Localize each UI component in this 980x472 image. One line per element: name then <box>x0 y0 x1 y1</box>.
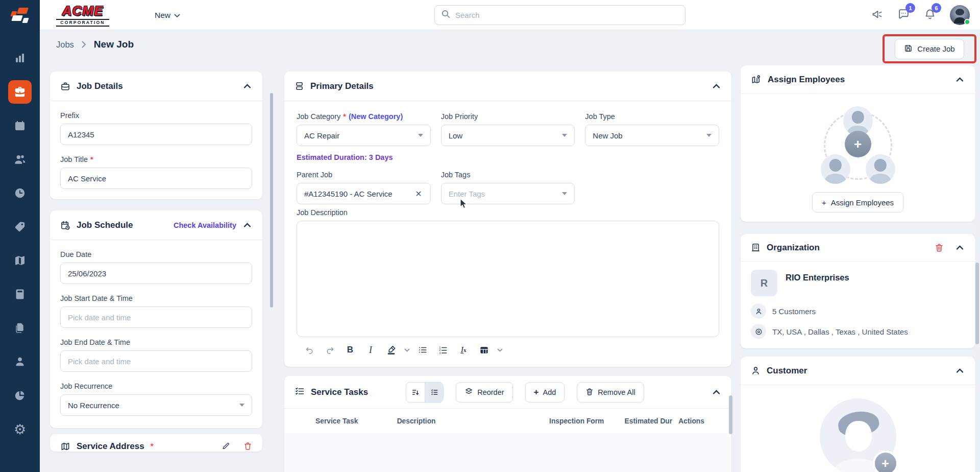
italic-icon[interactable]: I <box>362 341 379 359</box>
job-start-input[interactable] <box>60 306 252 328</box>
building-icon <box>751 243 761 252</box>
collapse-chevron-up-icon[interactable] <box>242 222 252 229</box>
estimated-duration-text: Estimated Duration: 3 Days <box>297 153 719 161</box>
plus-icon: + <box>822 198 826 207</box>
caret-down-icon <box>239 404 244 407</box>
sidebar-nav: ⚙ <box>0 30 40 441</box>
sidebar-item-analytics[interactable] <box>8 46 32 70</box>
remove-all-button[interactable]: Remove All <box>577 382 644 403</box>
sidebar-item-tags[interactable] <box>8 215 32 239</box>
collapse-chevron-up-icon[interactable] <box>242 83 252 90</box>
redo-icon[interactable] <box>321 341 338 359</box>
documents-icon <box>14 322 26 334</box>
acme-logo[interactable]: ACME CORPORATION <box>56 4 109 27</box>
job-title-input[interactable] <box>60 168 252 189</box>
clear-x-icon[interactable]: ✕ <box>414 189 423 199</box>
assign-employees-panel: Assign Employees + + Assign Employees <box>741 65 975 222</box>
create-job-button[interactable]: Create Job <box>895 39 964 59</box>
collapse-chevron-up-icon[interactable] <box>712 389 721 396</box>
assign-employees-button[interactable]: + Assign Employees <box>812 192 903 213</box>
job-details-panel: Job Details Prefix Job Title* <box>50 72 262 199</box>
notifications-button[interactable]: 6 <box>924 8 936 22</box>
prefix-input[interactable] <box>60 124 252 145</box>
bullet-list-icon[interactable] <box>414 341 431 359</box>
acme-logo-text: ACME <box>56 4 109 17</box>
sidebar-item-estimates[interactable] <box>8 282 32 306</box>
new-menu-button[interactable]: New <box>155 0 180 30</box>
organization-customers-count: 5 Customers <box>772 307 816 316</box>
collapse-chevron-up-icon[interactable] <box>955 76 965 83</box>
job-description-textarea[interactable] <box>297 221 719 337</box>
sidebar-item-jobs[interactable] <box>8 80 32 104</box>
job-tags-select[interactable]: Enter Tags <box>441 183 575 204</box>
announcements-button[interactable] <box>871 8 884 22</box>
user-avatar[interactable] <box>950 5 970 25</box>
job-schedule-panel: Job Schedule Check Availability Due Date… <box>50 210 262 428</box>
customer-avatar-placeholder: + <box>820 398 896 472</box>
sidebar-item-team[interactable] <box>8 148 32 171</box>
edit-pencil-icon[interactable] <box>222 441 230 450</box>
left-column-scrollbar-thumb[interactable] <box>270 93 273 308</box>
collapse-chevron-up-icon[interactable] <box>955 367 965 374</box>
caret-down-icon <box>562 192 567 195</box>
svg-text:3: 3 <box>439 351 440 355</box>
chevron-down-icon[interactable] <box>403 341 411 359</box>
add-task-button[interactable]: + Add <box>525 382 565 403</box>
job-end-input[interactable] <box>60 350 252 372</box>
bold-icon[interactable]: B <box>341 341 359 359</box>
undo-icon[interactable] <box>301 341 318 359</box>
window-scrollbar-thumb[interactable] <box>975 263 979 344</box>
list-view-toggle[interactable] <box>425 383 443 402</box>
chevron-down-icon[interactable] <box>496 341 504 359</box>
collapse-chevron-up-icon[interactable] <box>955 244 965 251</box>
caret-down-icon <box>562 134 567 137</box>
add-employee-plus-button[interactable]: + <box>845 131 871 157</box>
job-priority-select[interactable]: Low <box>441 125 575 146</box>
caret-down-icon <box>418 134 423 137</box>
organization-avatar: R <box>751 270 777 296</box>
search-input[interactable] <box>455 11 678 19</box>
job-recurrence-select[interactable]: No Recurrence <box>60 394 252 416</box>
sort-order-toggle[interactable] <box>406 383 425 402</box>
job-category-select[interactable]: AC Repair <box>297 125 431 146</box>
collapse-chevron-up-icon[interactable] <box>712 83 721 90</box>
remove-organization-trash-icon[interactable] <box>935 243 944 252</box>
app-logo[interactable] <box>0 0 40 30</box>
checklist-icon <box>295 386 305 398</box>
reorder-button[interactable]: Reorder <box>456 382 512 403</box>
sidebar: ⚙ <box>0 0 40 472</box>
breadcrumb-jobs[interactable]: Jobs <box>56 40 74 50</box>
sidebar-item-timesheets[interactable] <box>8 181 32 205</box>
panel-title: Customer <box>767 366 807 376</box>
clear-formatting-icon[interactable]: Ix <box>455 341 472 359</box>
zuper-logo-icon <box>10 7 30 24</box>
editor-toolbar: B I 123 Ix <box>297 337 719 360</box>
sidebar-item-reports[interactable] <box>8 384 32 407</box>
job-type-select[interactable]: New Job <box>585 125 719 146</box>
sidebar-item-settings[interactable]: ⚙ <box>8 417 32 441</box>
middle-column-scrollbar-thumb[interactable] <box>729 395 732 434</box>
customer-person-icon <box>751 366 761 375</box>
new-category-link[interactable]: (New Category) <box>349 112 403 121</box>
highlight-color-icon[interactable] <box>382 341 400 359</box>
sidebar-item-schedule[interactable] <box>8 114 32 137</box>
layers-icon <box>464 387 473 397</box>
organization-name: RIO Enterprises <box>786 270 849 282</box>
sidebar-item-map[interactable] <box>8 249 32 272</box>
topbar: ACME CORPORATION New 1 6 <box>40 0 980 30</box>
insert-table-icon[interactable] <box>475 341 493 359</box>
sidebar-item-documents[interactable] <box>8 316 32 340</box>
person-icon <box>14 356 26 368</box>
parent-job-field[interactable]: #A12345190 - AC Service ✕ <box>297 183 431 204</box>
messages-button[interactable]: 1 <box>897 8 910 22</box>
panel-title: Service Address <box>77 441 144 452</box>
stacked-cards-icon <box>295 81 304 91</box>
numbered-list-icon[interactable]: 123 <box>434 341 452 359</box>
column-header: Service Task <box>295 417 397 425</box>
check-availability-link[interactable]: Check Availability <box>174 221 236 229</box>
due-date-input[interactable] <box>60 263 252 284</box>
add-customer-plus-button[interactable]: + <box>873 451 898 472</box>
sidebar-item-customers[interactable] <box>8 350 32 373</box>
employee-avatar-placeholder <box>821 154 850 184</box>
trash-icon[interactable] <box>243 441 252 451</box>
